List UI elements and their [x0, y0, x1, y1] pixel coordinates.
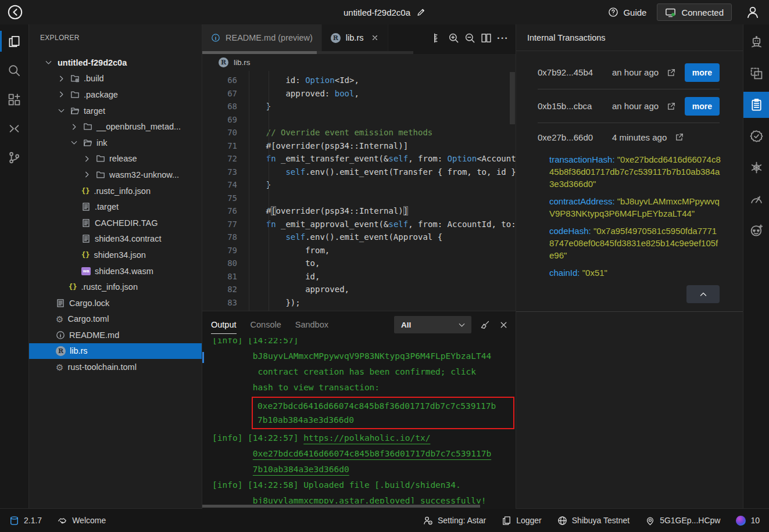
chev-down-icon[interactable]: [56, 106, 66, 115]
transactions-panel-title: Internal Transactions: [516, 24, 743, 51]
tree-item-cargo-toml[interactable]: ⚙Cargo.toml: [29, 311, 202, 328]
chev-right-icon[interactable]: [69, 123, 79, 131]
activity-item-verified-badge[interactable]: [743, 123, 769, 149]
tab-scroll-thumb2[interactable]: [317, 51, 413, 54]
output-log[interactable]: [info] [14:22:57] bJ8uyvLAMmxcMPpywvqV9P…: [202, 338, 516, 504]
tx-hash[interactable]: 0x7b92...45b4: [538, 67, 606, 77]
tree-item-shiden34-wasm[interactable]: washiden34.wasm: [29, 263, 202, 279]
tree-item-shiden34-contract[interactable]: shiden34.contract: [29, 231, 202, 247]
tab-scroll-thumb[interactable]: [202, 51, 317, 54]
tab-scrollbar[interactable]: [202, 51, 516, 54]
zoom-in-icon[interactable]: [448, 33, 459, 44]
status-item-welcome[interactable]: Welcome: [58, 516, 106, 526]
tree-item-build[interactable]: .build: [29, 71, 202, 87]
activity-item-object-group[interactable]: [743, 60, 769, 87]
output-link[interactable]: https://polkaholic.io/tx/: [303, 433, 430, 443]
ruler-icon[interactable]: [432, 33, 443, 44]
folder-icon: [96, 154, 105, 163]
chev-right-icon[interactable]: [56, 90, 66, 99]
tree-item-wasm32-unknow[interactable]: wasm32-unknow...: [29, 167, 202, 183]
tx-hash[interactable]: 0xb15b...cbca: [538, 101, 606, 111]
more-button[interactable]: more: [685, 97, 720, 116]
status-item-logger[interactable]: Logger: [502, 516, 542, 526]
close-tab-icon[interactable]: [371, 34, 379, 42]
editor-scrollbar-thumb[interactable]: [510, 72, 515, 124]
activity-item-explorer[interactable]: [2, 29, 27, 53]
monitor-icon: [665, 7, 676, 18]
panel-tab-sandbox[interactable]: Sandbox: [295, 311, 328, 338]
edit-pencil-icon[interactable]: [416, 8, 425, 17]
tree-item-rustc-info-json[interactable]: {}.rustc_info.json: [29, 183, 202, 199]
output-link[interactable]: 0xe27bdcd6416d66074c845b8f36d01717db7c7c…: [253, 449, 491, 458]
chev-down-icon[interactable]: [43, 58, 53, 67]
activity-item-collapse[interactable]: [2, 116, 27, 141]
close-panel-icon[interactable]: [499, 320, 509, 330]
breadcrumb[interactable]: R lib.rs: [202, 54, 516, 71]
activity-item-robot[interactable]: [743, 29, 769, 55]
activity-item-cool-face[interactable]: [743, 217, 769, 243]
activity-item-openai[interactable]: [743, 154, 769, 181]
external-icon[interactable]: [667, 68, 676, 77]
activity-item-source-control[interactable]: [2, 145, 27, 170]
chev-right-icon[interactable]: [56, 74, 66, 83]
tree-item-package[interactable]: .package: [29, 87, 202, 103]
activity-item-transactions[interactable]: [743, 92, 769, 118]
chev-right-icon[interactable]: [81, 170, 92, 179]
activity-item-search[interactable]: [2, 58, 27, 82]
folder-icon: [83, 122, 92, 131]
tree-item-rustc-info-json[interactable]: {}.rustc_info.json: [29, 279, 202, 295]
account-button[interactable]: [742, 2, 763, 23]
tree-item-openbrush-metad[interactable]: __openbrush_metad...: [29, 118, 202, 135]
panel-tab-console[interactable]: Console: [251, 311, 281, 338]
status-item-shibuya-testnet[interactable]: Shibuya Testnet: [557, 516, 629, 526]
tree-item-cachedir-tag[interactable]: CACHEDIR.TAG: [29, 215, 202, 231]
back-button[interactable]: [5, 2, 26, 23]
output-hscrollbar[interactable]: [202, 504, 516, 509]
status-item-5g1gep-hcpw[interactable]: 5G1GEp...HCpw: [645, 516, 720, 526]
tx-hash[interactable]: 0xe27b...66d0: [538, 132, 606, 142]
guide-button[interactable]: Guide: [608, 7, 646, 17]
tab-readme-md-preview[interactable]: README.md (preview): [202, 24, 322, 51]
tree-item-release[interactable]: release: [29, 151, 202, 167]
connected-badge[interactable]: Connected: [657, 3, 732, 21]
editor-toolbar: ···: [432, 24, 516, 51]
tree-item-lib-rs[interactable]: Rlib.rs: [29, 343, 202, 360]
tree-item-shiden34-json[interactable]: {}shiden34.json: [29, 247, 202, 263]
tree-item-ink[interactable]: ink: [29, 135, 202, 151]
output-lines: [info] [14:22:57] bJ8uyvLAMmxcMPpywvqV9P…: [212, 338, 516, 504]
output-hscroll-thumb[interactable]: [202, 505, 480, 508]
tree-item-cargo-lock[interactable]: Cargo.lock: [29, 295, 202, 311]
zoom-out-icon[interactable]: [464, 33, 475, 44]
log-filter-dropdown[interactable]: All: [394, 316, 471, 333]
tab-lib-rs[interactable]: Rlib.rs: [322, 24, 389, 51]
tree-item-untitled-f29d2c0a[interactable]: untitled-f29d2c0a: [29, 55, 202, 71]
code-editor[interactable]: 66 id: Option<Id>,67 approved: bool,68 }…: [202, 71, 516, 311]
status-item-2-1-7[interactable]: 2.1.7: [9, 516, 42, 526]
ellipsis-icon[interactable]: ···: [497, 33, 509, 43]
tree-item-readme-md[interactable]: README.md: [29, 327, 202, 343]
status-item-setting-astar[interactable]: Setting: Astar: [423, 516, 486, 526]
more-button[interactable]: more: [685, 63, 720, 82]
output-link[interactable]: 7b10ab384a3e3d366d0: [253, 465, 349, 474]
collapse-details-button[interactable]: [686, 285, 720, 303]
highlighted-tx-hash[interactable]: 0xe27bdcd6416d66074c845b8f36d01717db7c7c…: [252, 397, 514, 429]
tree-item-rust-toolchain-toml[interactable]: ⚙rust-toolchain.toml: [29, 359, 202, 375]
json-icon: {}: [81, 251, 90, 259]
output-panel-header: OutputConsoleSandbox All: [202, 311, 516, 338]
status-item-10[interactable]: 10: [736, 516, 760, 526]
gear-icon: ⚙: [56, 315, 63, 323]
tree-item-target[interactable]: target: [29, 103, 202, 119]
split-icon[interactable]: [481, 33, 492, 44]
chev-down-icon[interactable]: [69, 138, 79, 147]
activity-item-extensions[interactable]: [2, 87, 27, 112]
panel-tab-output[interactable]: Output: [211, 311, 237, 338]
tree-item-target[interactable]: .target: [29, 199, 202, 215]
external-icon[interactable]: [675, 132, 684, 142]
external-icon[interactable]: [667, 102, 676, 111]
clear-output-icon[interactable]: [480, 320, 490, 330]
activity-item-gauge[interactable]: [743, 186, 769, 212]
chev-right-icon[interactable]: [81, 154, 92, 163]
panel-divider: [516, 311, 743, 312]
handshake-icon: [58, 516, 67, 526]
status-bar-left: 2.1.7Welcome: [9, 516, 106, 526]
